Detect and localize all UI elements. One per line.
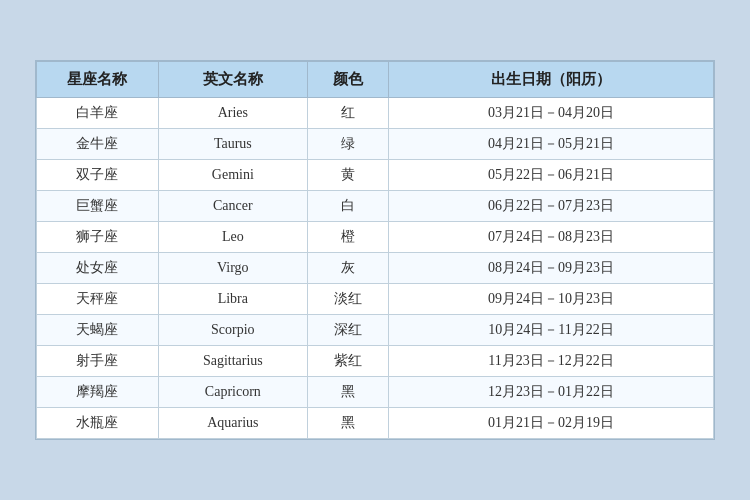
table-row: 天蝎座Scorpio深红10月24日－11月22日 bbox=[37, 315, 714, 346]
cell-date: 11月23日－12月22日 bbox=[389, 346, 714, 377]
cell-chinese: 双子座 bbox=[37, 160, 159, 191]
cell-chinese: 摩羯座 bbox=[37, 377, 159, 408]
table-row: 双子座Gemini黄05月22日－06月21日 bbox=[37, 160, 714, 191]
cell-color: 绿 bbox=[307, 129, 388, 160]
cell-chinese: 巨蟹座 bbox=[37, 191, 159, 222]
cell-english: Leo bbox=[158, 222, 307, 253]
cell-date: 05月22日－06月21日 bbox=[389, 160, 714, 191]
cell-english: Virgo bbox=[158, 253, 307, 284]
cell-date: 12月23日－01月22日 bbox=[389, 377, 714, 408]
table-row: 金牛座Taurus绿04月21日－05月21日 bbox=[37, 129, 714, 160]
zodiac-table: 星座名称 英文名称 颜色 出生日期（阳历） 白羊座Aries红03月21日－04… bbox=[36, 61, 714, 439]
table-row: 狮子座Leo橙07月24日－08月23日 bbox=[37, 222, 714, 253]
cell-chinese: 天蝎座 bbox=[37, 315, 159, 346]
cell-color: 灰 bbox=[307, 253, 388, 284]
cell-chinese: 白羊座 bbox=[37, 98, 159, 129]
cell-english: Capricorn bbox=[158, 377, 307, 408]
cell-chinese: 天秤座 bbox=[37, 284, 159, 315]
cell-color: 深红 bbox=[307, 315, 388, 346]
table-row: 白羊座Aries红03月21日－04月20日 bbox=[37, 98, 714, 129]
cell-date: 10月24日－11月22日 bbox=[389, 315, 714, 346]
table-row: 射手座Sagittarius紫红11月23日－12月22日 bbox=[37, 346, 714, 377]
cell-color: 白 bbox=[307, 191, 388, 222]
cell-color: 橙 bbox=[307, 222, 388, 253]
zodiac-table-container: 星座名称 英文名称 颜色 出生日期（阳历） 白羊座Aries红03月21日－04… bbox=[35, 60, 715, 440]
table-row: 巨蟹座Cancer白06月22日－07月23日 bbox=[37, 191, 714, 222]
cell-date: 08月24日－09月23日 bbox=[389, 253, 714, 284]
cell-english: Aquarius bbox=[158, 408, 307, 439]
cell-chinese: 水瓶座 bbox=[37, 408, 159, 439]
header-birthdate: 出生日期（阳历） bbox=[389, 62, 714, 98]
table-row: 天秤座Libra淡红09月24日－10月23日 bbox=[37, 284, 714, 315]
cell-date: 04月21日－05月21日 bbox=[389, 129, 714, 160]
cell-color: 黄 bbox=[307, 160, 388, 191]
cell-date: 01月21日－02月19日 bbox=[389, 408, 714, 439]
cell-chinese: 金牛座 bbox=[37, 129, 159, 160]
cell-english: Taurus bbox=[158, 129, 307, 160]
cell-english: Gemini bbox=[158, 160, 307, 191]
cell-color: 黑 bbox=[307, 408, 388, 439]
cell-color: 黑 bbox=[307, 377, 388, 408]
cell-color: 红 bbox=[307, 98, 388, 129]
cell-date: 07月24日－08月23日 bbox=[389, 222, 714, 253]
table-header-row: 星座名称 英文名称 颜色 出生日期（阳历） bbox=[37, 62, 714, 98]
table-row: 摩羯座Capricorn黑12月23日－01月22日 bbox=[37, 377, 714, 408]
cell-date: 06月22日－07月23日 bbox=[389, 191, 714, 222]
cell-date: 03月21日－04月20日 bbox=[389, 98, 714, 129]
cell-chinese: 狮子座 bbox=[37, 222, 159, 253]
cell-chinese: 射手座 bbox=[37, 346, 159, 377]
cell-chinese: 处女座 bbox=[37, 253, 159, 284]
table-row: 处女座Virgo灰08月24日－09月23日 bbox=[37, 253, 714, 284]
header-color: 颜色 bbox=[307, 62, 388, 98]
header-chinese-name: 星座名称 bbox=[37, 62, 159, 98]
cell-english: Cancer bbox=[158, 191, 307, 222]
table-body: 白羊座Aries红03月21日－04月20日金牛座Taurus绿04月21日－0… bbox=[37, 98, 714, 439]
table-row: 水瓶座Aquarius黑01月21日－02月19日 bbox=[37, 408, 714, 439]
cell-english: Libra bbox=[158, 284, 307, 315]
cell-english: Aries bbox=[158, 98, 307, 129]
header-english-name: 英文名称 bbox=[158, 62, 307, 98]
cell-date: 09月24日－10月23日 bbox=[389, 284, 714, 315]
cell-english: Sagittarius bbox=[158, 346, 307, 377]
cell-color: 淡红 bbox=[307, 284, 388, 315]
cell-color: 紫红 bbox=[307, 346, 388, 377]
cell-english: Scorpio bbox=[158, 315, 307, 346]
